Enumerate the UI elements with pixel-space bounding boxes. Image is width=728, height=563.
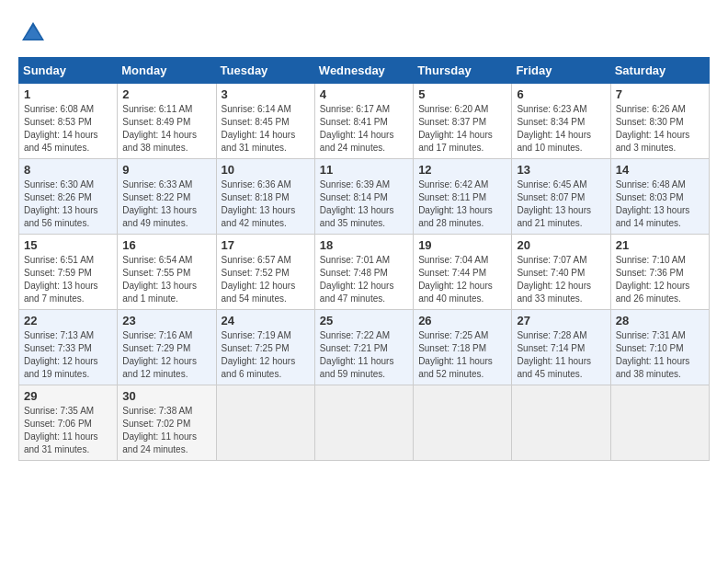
day-number: 21 bbox=[616, 238, 704, 252]
day-info: Sunrise: 6:54 AMSunset: 7:55 PMDaylight:… bbox=[122, 254, 210, 305]
day-info: Sunrise: 6:57 AMSunset: 7:52 PMDaylight:… bbox=[222, 254, 310, 305]
day-info: Sunrise: 7:19 AMSunset: 7:25 PMDaylight:… bbox=[222, 329, 310, 381]
calendar-cell bbox=[216, 385, 314, 461]
day-number: 12 bbox=[418, 163, 506, 177]
day-info: Sunrise: 6:33 AMSunset: 8:22 PMDaylight:… bbox=[122, 178, 210, 230]
calendar-cell: 20Sunrise: 7:07 AMSunset: 7:40 PMDayligh… bbox=[512, 235, 610, 310]
calendar-cell: 28Sunrise: 7:31 AMSunset: 7:10 PMDayligh… bbox=[610, 310, 709, 385]
day-info: Sunrise: 6:36 AMSunset: 8:18 PMDaylight:… bbox=[222, 178, 310, 230]
day-info: Sunrise: 7:10 AMSunset: 7:36 PMDaylight:… bbox=[616, 254, 704, 305]
day-number: 8 bbox=[24, 163, 112, 177]
day-number: 19 bbox=[418, 238, 506, 252]
day-info: Sunrise: 6:14 AMSunset: 8:45 PMDaylight:… bbox=[222, 103, 310, 155]
day-number: 23 bbox=[122, 314, 210, 327]
calendar-cell: 16Sunrise: 6:54 AMSunset: 7:55 PMDayligh… bbox=[118, 235, 216, 310]
calendar-cell: 25Sunrise: 7:22 AMSunset: 7:21 PMDayligh… bbox=[314, 310, 413, 385]
calendar-table: SundayMondayTuesdayWednesdayThursdayFrid… bbox=[18, 57, 710, 461]
calendar-week-row: 22Sunrise: 7:13 AMSunset: 7:33 PMDayligh… bbox=[19, 310, 710, 385]
calendar-cell: 1Sunrise: 6:08 AMSunset: 8:53 PMDaylight… bbox=[19, 84, 118, 159]
calendar-cell: 4Sunrise: 6:17 AMSunset: 8:41 PMDaylight… bbox=[314, 84, 413, 159]
day-info: Sunrise: 7:22 AMSunset: 7:21 PMDaylight:… bbox=[320, 329, 408, 381]
day-number: 26 bbox=[418, 314, 506, 327]
day-number: 2 bbox=[122, 87, 210, 101]
day-number: 20 bbox=[517, 238, 605, 252]
calendar-cell: 27Sunrise: 7:28 AMSunset: 7:14 PMDayligh… bbox=[512, 310, 610, 385]
day-number: 24 bbox=[222, 314, 310, 327]
calendar-header-saturday: Saturday bbox=[610, 58, 709, 84]
calendar-cell: 15Sunrise: 6:51 AMSunset: 7:59 PMDayligh… bbox=[19, 235, 118, 310]
calendar-week-row: 8Sunrise: 6:30 AMSunset: 8:26 PMDaylight… bbox=[19, 159, 710, 235]
day-info: Sunrise: 6:45 AMSunset: 8:07 PMDaylight:… bbox=[517, 178, 605, 230]
day-info: Sunrise: 7:28 AMSunset: 7:14 PMDaylight:… bbox=[517, 329, 605, 381]
day-number: 18 bbox=[320, 238, 408, 252]
day-info: Sunrise: 6:23 AMSunset: 8:34 PMDaylight:… bbox=[517, 103, 605, 155]
calendar-cell: 22Sunrise: 7:13 AMSunset: 7:33 PMDayligh… bbox=[19, 310, 118, 385]
logo-icon bbox=[18, 18, 48, 48]
day-number: 16 bbox=[122, 238, 210, 252]
day-number: 5 bbox=[418, 87, 506, 101]
calendar-cell: 14Sunrise: 6:48 AMSunset: 8:03 PMDayligh… bbox=[610, 159, 709, 235]
calendar-cell: 8Sunrise: 6:30 AMSunset: 8:26 PMDaylight… bbox=[19, 159, 118, 235]
calendar-cell: 26Sunrise: 7:25 AMSunset: 7:18 PMDayligh… bbox=[414, 310, 512, 385]
day-number: 17 bbox=[222, 238, 310, 252]
calendar-header-row: SundayMondayTuesdayWednesdayThursdayFrid… bbox=[19, 58, 710, 84]
day-info: Sunrise: 6:20 AMSunset: 8:37 PMDaylight:… bbox=[418, 103, 506, 155]
calendar-cell: 11Sunrise: 6:39 AMSunset: 8:14 PMDayligh… bbox=[314, 159, 413, 235]
calendar-week-row: 1Sunrise: 6:08 AMSunset: 8:53 PMDaylight… bbox=[19, 84, 710, 159]
day-number: 29 bbox=[24, 389, 112, 403]
calendar-week-row: 15Sunrise: 6:51 AMSunset: 7:59 PMDayligh… bbox=[19, 235, 710, 310]
calendar-cell: 13Sunrise: 6:45 AMSunset: 8:07 PMDayligh… bbox=[512, 159, 610, 235]
day-info: Sunrise: 6:48 AMSunset: 8:03 PMDaylight:… bbox=[616, 178, 704, 230]
day-info: Sunrise: 6:17 AMSunset: 8:41 PMDaylight:… bbox=[320, 103, 408, 155]
calendar-cell: 2Sunrise: 6:11 AMSunset: 8:49 PMDaylight… bbox=[118, 84, 216, 159]
day-info: Sunrise: 7:25 AMSunset: 7:18 PMDaylight:… bbox=[418, 329, 506, 381]
calendar-cell: 19Sunrise: 7:04 AMSunset: 7:44 PMDayligh… bbox=[414, 235, 512, 310]
day-info: Sunrise: 6:26 AMSunset: 8:30 PMDaylight:… bbox=[616, 103, 704, 155]
calendar-cell: 18Sunrise: 7:01 AMSunset: 7:48 PMDayligh… bbox=[314, 235, 413, 310]
day-number: 27 bbox=[517, 314, 605, 327]
calendar-cell: 29Sunrise: 7:35 AMSunset: 7:06 PMDayligh… bbox=[19, 385, 118, 461]
calendar-cell: 3Sunrise: 6:14 AMSunset: 8:45 PMDaylight… bbox=[216, 84, 314, 159]
calendar-header-wednesday: Wednesday bbox=[314, 58, 413, 84]
calendar-cell: 5Sunrise: 6:20 AMSunset: 8:37 PMDaylight… bbox=[414, 84, 512, 159]
day-info: Sunrise: 6:08 AMSunset: 8:53 PMDaylight:… bbox=[24, 103, 112, 155]
day-number: 4 bbox=[320, 87, 408, 101]
day-info: Sunrise: 6:42 AMSunset: 8:11 PMDaylight:… bbox=[418, 178, 506, 230]
calendar-week-row: 29Sunrise: 7:35 AMSunset: 7:06 PMDayligh… bbox=[19, 385, 710, 461]
calendar-header-tuesday: Tuesday bbox=[216, 58, 314, 84]
day-info: Sunrise: 7:01 AMSunset: 7:48 PMDaylight:… bbox=[320, 254, 408, 305]
page-header bbox=[18, 18, 710, 48]
day-info: Sunrise: 6:11 AMSunset: 8:49 PMDaylight:… bbox=[122, 103, 210, 155]
day-info: Sunrise: 7:13 AMSunset: 7:33 PMDaylight:… bbox=[24, 329, 112, 381]
day-number: 30 bbox=[122, 389, 210, 403]
day-info: Sunrise: 7:31 AMSunset: 7:10 PMDaylight:… bbox=[616, 329, 704, 381]
calendar-cell: 17Sunrise: 6:57 AMSunset: 7:52 PMDayligh… bbox=[216, 235, 314, 310]
calendar-cell bbox=[414, 385, 512, 461]
day-info: Sunrise: 7:04 AMSunset: 7:44 PMDaylight:… bbox=[418, 254, 506, 305]
day-number: 3 bbox=[222, 87, 310, 101]
day-number: 22 bbox=[24, 314, 112, 327]
day-number: 1 bbox=[24, 87, 112, 101]
day-number: 25 bbox=[320, 314, 408, 327]
calendar-cell: 24Sunrise: 7:19 AMSunset: 7:25 PMDayligh… bbox=[216, 310, 314, 385]
day-number: 11 bbox=[320, 163, 408, 177]
logo bbox=[18, 18, 51, 48]
day-info: Sunrise: 7:16 AMSunset: 7:29 PMDaylight:… bbox=[122, 329, 210, 381]
calendar-cell: 23Sunrise: 7:16 AMSunset: 7:29 PMDayligh… bbox=[118, 310, 216, 385]
day-number: 28 bbox=[616, 314, 704, 327]
calendar-cell: 6Sunrise: 6:23 AMSunset: 8:34 PMDaylight… bbox=[512, 84, 610, 159]
day-number: 10 bbox=[222, 163, 310, 177]
calendar-cell bbox=[512, 385, 610, 461]
calendar-header-friday: Friday bbox=[512, 58, 610, 84]
day-number: 9 bbox=[122, 163, 210, 177]
day-number: 7 bbox=[616, 87, 704, 101]
day-info: Sunrise: 6:30 AMSunset: 8:26 PMDaylight:… bbox=[24, 178, 112, 230]
calendar-header-thursday: Thursday bbox=[414, 58, 512, 84]
day-number: 13 bbox=[517, 163, 605, 177]
day-info: Sunrise: 7:07 AMSunset: 7:40 PMDaylight:… bbox=[517, 254, 605, 305]
day-number: 6 bbox=[517, 87, 605, 101]
calendar-cell: 7Sunrise: 6:26 AMSunset: 8:30 PMDaylight… bbox=[610, 84, 709, 159]
calendar-cell bbox=[610, 385, 709, 461]
day-number: 14 bbox=[616, 163, 704, 177]
calendar-cell: 9Sunrise: 6:33 AMSunset: 8:22 PMDaylight… bbox=[118, 159, 216, 235]
